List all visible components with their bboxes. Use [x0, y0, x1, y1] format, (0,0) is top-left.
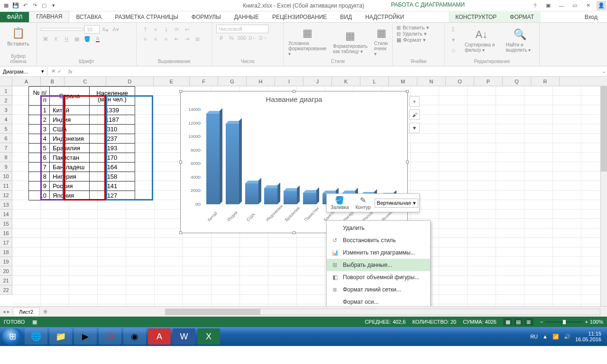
- chart-plot-area[interactable]: 0200400600800100012001400: [200, 109, 398, 204]
- col-header[interactable]: N: [417, 77, 446, 86]
- taskbar-opera-icon[interactable]: O: [99, 328, 121, 345]
- insert-cells-button[interactable]: ⊞Вставить ▾: [396, 25, 441, 31]
- vertical-scrollbar[interactable]: [600, 86, 607, 306]
- row-header[interactable]: 4: [0, 115, 12, 124]
- chart-title[interactable]: Название диагра: [181, 91, 407, 103]
- delete-cells-button[interactable]: ⊟Удалить ▾: [396, 31, 441, 37]
- tab-insert[interactable]: ВСТАВКА: [69, 12, 108, 22]
- align-center-icon[interactable]: ≡: [151, 34, 160, 44]
- taskbar-excel-icon[interactable]: X: [197, 328, 220, 345]
- font-name-combo[interactable]: [41, 28, 83, 31]
- horizontal-scrollbar[interactable]: [165, 309, 600, 315]
- orientation-icon[interactable]: ⟳: [172, 25, 181, 34]
- resize-handle[interactable]: [293, 90, 295, 93]
- taskbar-chrome-icon[interactable]: ◉: [123, 328, 146, 345]
- resize-handle[interactable]: [406, 161, 409, 164]
- user-icon[interactable]: 👤: [597, 1, 606, 10]
- tab-addins[interactable]: НАДСТРОЙКИ: [359, 12, 411, 22]
- undo-icon[interactable]: ↶: [21, 1, 29, 10]
- col-header[interactable]: G: [218, 77, 247, 86]
- row-header[interactable]: 21: [0, 276, 12, 285]
- resize-handle[interactable]: [293, 231, 295, 234]
- zoom-out-icon[interactable]: −: [540, 319, 543, 325]
- row-header[interactable]: 13: [0, 200, 12, 209]
- row-header[interactable]: 19: [0, 257, 12, 266]
- taskbar-ie-icon[interactable]: 🌐: [25, 328, 47, 345]
- row-header[interactable]: 3: [0, 105, 12, 115]
- resize-handle[interactable]: [179, 90, 182, 93]
- find-select-button[interactable]: 🔍Найти и выделить ▾: [505, 26, 535, 54]
- row-header[interactable]: 18: [0, 247, 12, 257]
- col-header[interactable]: O: [446, 77, 474, 86]
- tab-chart-format[interactable]: ФОРМАТ: [503, 12, 541, 22]
- tab-review[interactable]: РЕЦЕНЗИРОВАНИЕ: [266, 12, 333, 22]
- align-bottom-icon[interactable]: ⤓: [161, 25, 171, 34]
- row-header[interactable]: 6: [0, 134, 12, 143]
- context-menu-item[interactable]: 📊Изменить тип диаграммы...: [327, 246, 430, 259]
- row-header[interactable]: 22: [0, 285, 12, 295]
- expand-formula-icon[interactable]: ⌄: [600, 68, 607, 74]
- tab-home[interactable]: ГЛАВНАЯ: [29, 11, 69, 22]
- scroll-thumb[interactable]: [601, 86, 607, 172]
- comma-icon[interactable]: 000: [237, 33, 247, 43]
- align-right-icon[interactable]: ≡: [161, 34, 171, 44]
- merge-icon[interactable]: ⊞: [193, 34, 202, 44]
- tray-network-icon[interactable]: 📶: [552, 334, 559, 340]
- row-header[interactable]: 12: [0, 191, 12, 200]
- help-icon[interactable]: ?: [530, 1, 540, 10]
- maximize-icon[interactable]: ▭: [570, 1, 579, 10]
- tray-lang[interactable]: RU: [530, 334, 538, 339]
- chart-bar[interactable]: [284, 191, 297, 204]
- chart-bar[interactable]: [245, 183, 258, 204]
- zoom-label[interactable]: 100%: [590, 319, 603, 325]
- chart-y-axis[interactable]: 0200400600800100012001400: [185, 109, 199, 204]
- page-layout-view-icon[interactable]: ▤: [514, 318, 523, 326]
- autosum-icon[interactable]: Σ: [449, 25, 458, 34]
- wrap-text-icon[interactable]: ↩: [182, 25, 192, 34]
- redo-icon[interactable]: ↷: [30, 1, 39, 10]
- zoom-in-icon[interactable]: +: [585, 319, 588, 325]
- format-as-table-button[interactable]: ▦Форматировать как таблицу ▾: [332, 27, 368, 55]
- context-menu-item[interactable]: Формат оси...: [327, 296, 430, 306]
- mini-axis-combo[interactable]: Вертикальная▾: [375, 199, 418, 208]
- col-header[interactable]: L: [360, 77, 389, 86]
- underline-icon[interactable]: Ч: [62, 34, 71, 44]
- tab-formulas[interactable]: ФОРМУЛЫ: [185, 12, 228, 22]
- number-format-combo[interactable]: Числовой: [216, 25, 268, 33]
- scroll-thumb[interactable]: [166, 309, 260, 315]
- clear-icon[interactable]: ◇: [449, 46, 458, 55]
- tab-chart-design[interactable]: КОНСТРУКТОР: [449, 12, 503, 22]
- chart-bar[interactable]: [303, 193, 316, 204]
- chart-bar[interactable]: [226, 124, 239, 204]
- chart-bar[interactable]: [264, 188, 277, 204]
- context-menu-item[interactable]: Удалить: [327, 222, 430, 234]
- context-menu-item[interactable]: ⊞Выбрать данные...: [327, 259, 430, 271]
- taskbar-word-icon[interactable]: W: [173, 328, 195, 345]
- cancel-fx-icon[interactable]: ✕: [51, 68, 55, 74]
- row-header[interactable]: 16: [0, 228, 12, 238]
- decrease-font-icon[interactable]: A▾: [111, 25, 120, 34]
- mini-outline-button[interactable]: ✎Контур: [353, 195, 374, 211]
- chart-add-element-icon[interactable]: +: [409, 96, 420, 107]
- border-icon[interactable]: ▦: [72, 34, 82, 44]
- tab-data[interactable]: ДАННЫЕ: [228, 12, 266, 22]
- taskbar-acrobat-icon[interactable]: A: [148, 328, 171, 345]
- normal-view-icon[interactable]: ▦: [503, 318, 513, 326]
- align-top-icon[interactable]: ⤒: [140, 25, 150, 34]
- chart-bars[interactable]: [204, 109, 398, 204]
- qat-dropdown-icon[interactable]: ▾: [49, 1, 58, 10]
- tray-flag-icon[interactable]: ▲: [543, 334, 548, 339]
- row-header[interactable]: 11: [0, 181, 12, 191]
- tab-view[interactable]: ВИД: [333, 12, 359, 22]
- context-menu-item[interactable]: ◧Поворот объемной фигуры...: [327, 271, 430, 283]
- paste-button[interactable]: 📋 Вставить: [4, 25, 33, 47]
- col-header[interactable]: M: [389, 77, 417, 86]
- tab-file[interactable]: ФАЙЛ: [0, 12, 29, 22]
- taskbar-media-icon[interactable]: ▶: [74, 328, 97, 345]
- worksheet-grid[interactable]: ABCDEFGHIJKLMNOPQR 123456789101112131415…: [0, 77, 607, 306]
- context-menu-item[interactable]: ↺Восстановить стиль: [327, 234, 430, 246]
- tray-clock[interactable]: 11:1516.05.2016: [575, 331, 601, 342]
- italic-icon[interactable]: К: [51, 34, 61, 44]
- new-icon[interactable]: ▢: [40, 1, 48, 10]
- select-all-corner[interactable]: [0, 77, 12, 86]
